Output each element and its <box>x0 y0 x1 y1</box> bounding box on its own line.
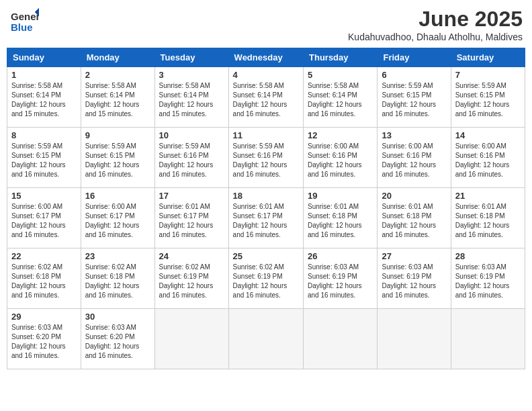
weekday-header-monday: Monday <box>81 48 154 67</box>
day-info: Sunrise: 5:58 AM Sunset: 6:14 PM Dayligh… <box>159 81 224 119</box>
weekday-header-friday: Friday <box>378 48 451 67</box>
day-info: Sunrise: 6:01 AM Sunset: 6:18 PM Dayligh… <box>382 202 446 240</box>
day-number: 28 <box>455 251 521 261</box>
day-number: 13 <box>382 130 446 140</box>
day-info: Sunrise: 5:59 AM Sunset: 6:16 PM Dayligh… <box>159 142 224 179</box>
day-info: Sunrise: 6:03 AM Sunset: 6:19 PM Dayligh… <box>308 263 373 300</box>
weekday-header-wednesday: Wednesday <box>228 48 303 67</box>
calendar-cell: 8Sunrise: 5:59 AM Sunset: 6:15 PM Daylig… <box>7 128 81 188</box>
title-block: June 2025 Kudahuvadhoo, Dhaalu Atholhu, … <box>348 7 523 42</box>
day-info: Sunrise: 6:03 AM Sunset: 6:19 PM Dayligh… <box>455 263 521 300</box>
calendar-cell <box>228 309 303 369</box>
day-info: Sunrise: 6:01 AM Sunset: 6:18 PM Dayligh… <box>455 202 521 240</box>
day-number: 2 <box>85 70 150 80</box>
calendar-cell: 29Sunrise: 6:03 AM Sunset: 6:20 PM Dayli… <box>7 309 81 369</box>
calendar-cell: 25Sunrise: 6:02 AM Sunset: 6:19 PM Dayli… <box>228 248 303 309</box>
day-number: 14 <box>455 130 521 140</box>
day-number: 12 <box>308 130 373 140</box>
day-info: Sunrise: 6:03 AM Sunset: 6:20 PM Dayligh… <box>85 323 150 361</box>
calendar-cell: 19Sunrise: 6:01 AM Sunset: 6:18 PM Dayli… <box>304 188 378 248</box>
calendar-cell <box>304 309 378 369</box>
day-number: 18 <box>233 191 299 201</box>
calendar-cell: 30Sunrise: 6:03 AM Sunset: 6:20 PM Dayli… <box>81 309 154 369</box>
calendar-cell: 10Sunrise: 5:59 AM Sunset: 6:16 PM Dayli… <box>154 128 228 188</box>
day-number: 24 <box>159 251 224 261</box>
day-info: Sunrise: 5:58 AM Sunset: 6:14 PM Dayligh… <box>308 81 373 119</box>
calendar-cell: 27Sunrise: 6:03 AM Sunset: 6:19 PM Dayli… <box>378 248 451 309</box>
day-number: 15 <box>11 191 77 201</box>
day-info: Sunrise: 5:59 AM Sunset: 6:15 PM Dayligh… <box>11 142 77 179</box>
calendar-cell: 28Sunrise: 6:03 AM Sunset: 6:19 PM Dayli… <box>451 248 525 309</box>
calendar-cell: 15Sunrise: 6:00 AM Sunset: 6:17 PM Dayli… <box>7 188 81 248</box>
week-row-1: 1Sunrise: 5:58 AM Sunset: 6:14 PM Daylig… <box>7 67 525 128</box>
calendar-cell: 1Sunrise: 5:58 AM Sunset: 6:14 PM Daylig… <box>7 67 81 128</box>
day-number: 27 <box>382 251 446 261</box>
calendar-cell <box>378 309 451 369</box>
calendar-cell: 4Sunrise: 5:58 AM Sunset: 6:14 PM Daylig… <box>228 67 303 128</box>
day-number: 22 <box>11 251 77 261</box>
calendar-cell: 5Sunrise: 5:58 AM Sunset: 6:14 PM Daylig… <box>304 67 378 128</box>
calendar-cell: 13Sunrise: 6:00 AM Sunset: 6:16 PM Dayli… <box>378 128 451 188</box>
day-number: 19 <box>308 191 373 201</box>
weekday-header-sunday: Sunday <box>7 48 81 67</box>
day-info: Sunrise: 6:00 AM Sunset: 6:16 PM Dayligh… <box>382 142 446 179</box>
calendar-cell: 16Sunrise: 6:00 AM Sunset: 6:17 PM Dayli… <box>81 188 154 248</box>
weekday-header-row: SundayMondayTuesdayWednesdayThursdayFrid… <box>7 48 525 67</box>
calendar-cell: 26Sunrise: 6:03 AM Sunset: 6:19 PM Dayli… <box>304 248 378 309</box>
day-info: Sunrise: 6:00 AM Sunset: 6:16 PM Dayligh… <box>455 142 521 179</box>
day-number: 1 <box>11 70 77 80</box>
calendar-cell: 24Sunrise: 6:02 AM Sunset: 6:19 PM Dayli… <box>154 248 228 309</box>
day-number: 4 <box>233 70 299 80</box>
day-number: 29 <box>11 312 77 322</box>
day-info: Sunrise: 6:01 AM Sunset: 6:17 PM Dayligh… <box>233 202 299 240</box>
day-info: Sunrise: 5:59 AM Sunset: 6:15 PM Dayligh… <box>85 142 150 179</box>
calendar-cell: 3Sunrise: 5:58 AM Sunset: 6:14 PM Daylig… <box>154 67 228 128</box>
day-number: 26 <box>308 251 373 261</box>
day-info: Sunrise: 6:02 AM Sunset: 6:18 PM Dayligh… <box>11 263 77 300</box>
day-number: 21 <box>455 191 521 201</box>
day-number: 11 <box>233 130 299 140</box>
calendar-cell: 7Sunrise: 5:59 AM Sunset: 6:15 PM Daylig… <box>451 67 525 128</box>
logo-graphic: General Blue <box>9 7 39 39</box>
weekday-header-saturday: Saturday <box>451 48 525 67</box>
calendar-cell: 11Sunrise: 5:59 AM Sunset: 6:16 PM Dayli… <box>228 128 303 188</box>
day-info: Sunrise: 5:59 AM Sunset: 6:15 PM Dayligh… <box>455 81 521 119</box>
day-info: Sunrise: 6:00 AM Sunset: 6:16 PM Dayligh… <box>308 142 373 179</box>
week-row-5: 29Sunrise: 6:03 AM Sunset: 6:20 PM Dayli… <box>7 309 525 369</box>
day-number: 17 <box>159 191 224 201</box>
svg-text:Blue: Blue <box>11 21 33 33</box>
day-info: Sunrise: 5:59 AM Sunset: 6:15 PM Dayligh… <box>382 81 446 119</box>
day-number: 8 <box>11 130 77 140</box>
weekday-header-tuesday: Tuesday <box>154 48 228 67</box>
day-info: Sunrise: 5:58 AM Sunset: 6:14 PM Dayligh… <box>233 81 299 119</box>
week-row-2: 8Sunrise: 5:59 AM Sunset: 6:15 PM Daylig… <box>7 128 525 188</box>
day-info: Sunrise: 6:02 AM Sunset: 6:18 PM Dayligh… <box>85 263 150 300</box>
calendar-cell: 17Sunrise: 6:01 AM Sunset: 6:17 PM Dayli… <box>154 188 228 248</box>
day-info: Sunrise: 6:03 AM Sunset: 6:20 PM Dayligh… <box>11 323 77 361</box>
svg-text:General: General <box>11 11 39 22</box>
day-info: Sunrise: 5:59 AM Sunset: 6:16 PM Dayligh… <box>233 142 299 179</box>
calendar-table: SundayMondayTuesdayWednesdayThursdayFrid… <box>7 48 525 369</box>
day-info: Sunrise: 6:00 AM Sunset: 6:17 PM Dayligh… <box>11 202 77 240</box>
calendar-title: June 2025 <box>348 7 523 32</box>
day-info: Sunrise: 6:03 AM Sunset: 6:19 PM Dayligh… <box>382 263 446 300</box>
day-number: 7 <box>455 70 521 80</box>
calendar-cell: 6Sunrise: 5:59 AM Sunset: 6:15 PM Daylig… <box>378 67 451 128</box>
calendar-cell: 12Sunrise: 6:00 AM Sunset: 6:16 PM Dayli… <box>304 128 378 188</box>
day-info: Sunrise: 6:02 AM Sunset: 6:19 PM Dayligh… <box>159 263 224 300</box>
day-number: 30 <box>85 312 150 322</box>
calendar-cell: 2Sunrise: 5:58 AM Sunset: 6:14 PM Daylig… <box>81 67 154 128</box>
page-header: General Blue June 2025 Kudahuvadhoo, Dha… <box>7 7 525 42</box>
calendar-cell <box>451 309 525 369</box>
day-info: Sunrise: 6:01 AM Sunset: 6:18 PM Dayligh… <box>308 202 373 240</box>
day-info: Sunrise: 5:58 AM Sunset: 6:14 PM Dayligh… <box>85 81 150 119</box>
calendar-cell: 14Sunrise: 6:00 AM Sunset: 6:16 PM Dayli… <box>451 128 525 188</box>
day-info: Sunrise: 6:02 AM Sunset: 6:19 PM Dayligh… <box>233 263 299 300</box>
day-number: 10 <box>159 130 224 140</box>
day-info: Sunrise: 6:00 AM Sunset: 6:17 PM Dayligh… <box>85 202 150 240</box>
calendar-cell: 9Sunrise: 5:59 AM Sunset: 6:15 PM Daylig… <box>81 128 154 188</box>
calendar-cell: 21Sunrise: 6:01 AM Sunset: 6:18 PM Dayli… <box>451 188 525 248</box>
day-info: Sunrise: 6:01 AM Sunset: 6:17 PM Dayligh… <box>159 202 224 240</box>
day-number: 9 <box>85 130 150 140</box>
day-info: Sunrise: 5:58 AM Sunset: 6:14 PM Dayligh… <box>11 81 77 119</box>
